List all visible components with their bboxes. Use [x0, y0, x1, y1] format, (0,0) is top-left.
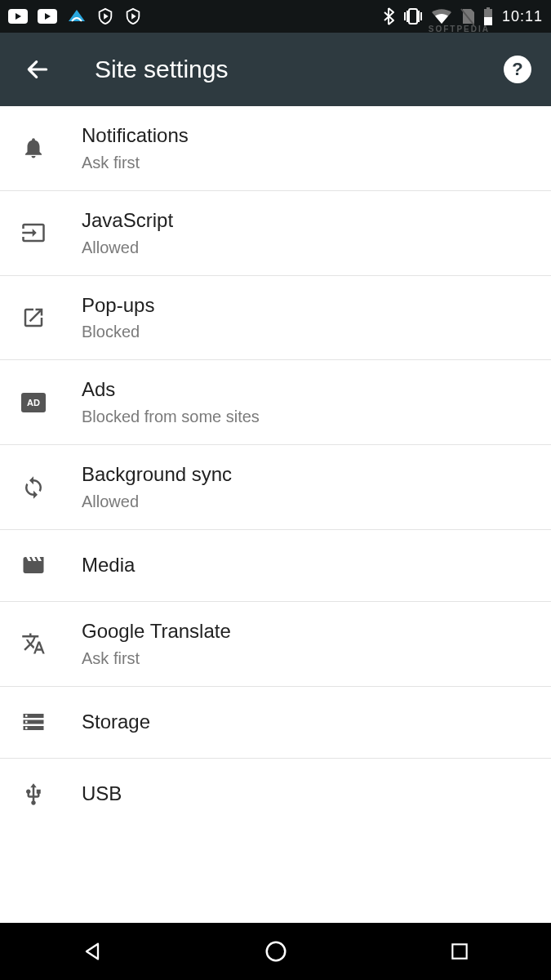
input-icon — [16, 220, 82, 245]
svg-rect-13 — [487, 7, 490, 10]
navigation-bar — [0, 923, 551, 980]
settings-item-google-translate[interactable]: Google Translate Ask first — [0, 602, 551, 687]
settings-item-media[interactable]: Media — [0, 530, 551, 602]
app-icon — [67, 7, 87, 26]
bell-icon — [16, 136, 82, 160]
item-label: Ads — [82, 378, 535, 402]
svg-marker-4 — [104, 13, 109, 19]
app-bar: Site settings ? — [0, 33, 551, 106]
sync-icon — [16, 475, 82, 500]
status-time: 10:11 — [502, 8, 543, 25]
battery-icon — [482, 7, 494, 25]
youtube-icon — [8, 9, 28, 24]
help-icon: ? — [512, 59, 522, 80]
item-sub: Blocked — [82, 322, 535, 341]
help-button[interactable]: ? — [504, 56, 531, 83]
settings-item-notifications[interactable]: Notifications Ask first — [0, 106, 551, 191]
movie-icon — [16, 553, 82, 577]
status-left — [8, 7, 142, 26]
no-sim-icon — [460, 7, 474, 25]
settings-item-javascript[interactable]: JavaScript Allowed — [0, 191, 551, 276]
status-right: 10:11 — [383, 7, 543, 25]
open-in-new-icon — [16, 305, 82, 330]
svg-marker-5 — [131, 13, 136, 19]
item-label: Background sync — [82, 463, 535, 487]
item-label: Media — [82, 554, 535, 577]
svg-point-17 — [266, 942, 285, 961]
settings-item-popups[interactable]: Pop-ups Blocked — [0, 276, 551, 361]
settings-item-ads[interactable]: AD Ads Blocked from some sites — [0, 360, 551, 445]
item-sub: Allowed — [82, 492, 535, 511]
item-sub: Ask first — [82, 153, 535, 172]
item-sub: Blocked from some sites — [82, 407, 535, 426]
settings-list: Notifications Ask first JavaScript Allow… — [0, 106, 551, 831]
settings-item-usb[interactable]: USB — [0, 759, 551, 831]
page-title: Site settings — [95, 56, 228, 83]
item-label: Storage — [82, 710, 535, 734]
storage-icon — [16, 710, 82, 734]
nav-recents-button[interactable] — [435, 927, 484, 976]
wifi-icon — [432, 9, 451, 24]
item-label: USB — [82, 782, 535, 806]
translate-icon — [16, 631, 82, 656]
back-button[interactable] — [20, 51, 56, 87]
settings-item-storage[interactable]: Storage — [0, 687, 551, 759]
nav-home-button[interactable] — [251, 927, 300, 976]
svg-text:AD: AD — [27, 398, 40, 408]
item-sub: Allowed — [82, 238, 535, 257]
youtube-icon — [38, 9, 57, 24]
settings-item-background-sync[interactable]: Background sync Allowed — [0, 445, 551, 530]
svg-rect-18 — [452, 944, 466, 958]
item-label: Pop-ups — [82, 294, 535, 318]
nav-back-button[interactable] — [68, 927, 117, 976]
item-label: Google Translate — [82, 620, 535, 644]
item-label: JavaScript — [82, 209, 535, 233]
ad-icon: AD — [16, 393, 82, 412]
item-sub: Ask first — [82, 648, 535, 668]
svg-rect-6 — [409, 9, 417, 24]
bluetooth-icon — [383, 7, 394, 25]
usb-icon — [16, 782, 82, 807]
vibrate-icon — [402, 7, 424, 25]
play-protect-icon — [96, 7, 114, 25]
play-protect-icon — [124, 7, 142, 25]
item-label: Notifications — [82, 124, 535, 148]
